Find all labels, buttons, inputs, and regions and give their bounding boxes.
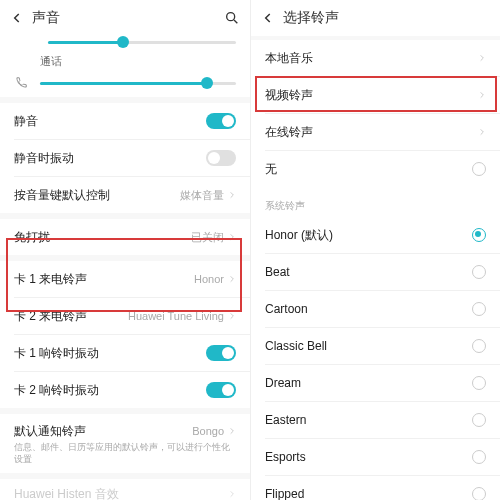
radio-honor[interactable]: [472, 228, 486, 242]
row-local-music[interactable]: 本地音乐: [251, 40, 500, 76]
row-ring-flipped[interactable]: Flipped: [251, 476, 500, 500]
toggle-vibrate-mute[interactable]: [206, 150, 236, 166]
row-ring-beat[interactable]: Beat: [251, 254, 500, 290]
search-icon[interactable]: [224, 10, 240, 26]
row-ring-dream[interactable]: Dream: [251, 365, 500, 401]
row-histen: Huawei Histen 音效: [0, 479, 250, 500]
row-sim1-ring[interactable]: 卡 1 来电铃声 Honor: [0, 261, 250, 297]
page-title: 声音: [26, 9, 224, 27]
chevron-right-icon: [478, 90, 486, 100]
chevron-right-icon: [228, 426, 236, 436]
slider-call[interactable]: [40, 82, 236, 85]
row-none[interactable]: 无: [251, 151, 500, 187]
radio-eastern[interactable]: [472, 413, 486, 427]
row-vol-key[interactable]: 按音量键默认控制 媒体音量: [0, 177, 250, 213]
sound-settings-pane: 声音 通话 静音 静音时振动: [0, 0, 250, 500]
row-online-ringtone[interactable]: 在线铃声: [251, 114, 500, 150]
radio-esports[interactable]: [472, 450, 486, 464]
phone-icon: [14, 76, 32, 90]
row-sim1-vib[interactable]: 卡 1 响铃时振动: [0, 335, 250, 371]
row-vibrate-mute[interactable]: 静音时振动: [0, 140, 250, 176]
select-ringtone-pane: 选择铃声 本地音乐 视频铃声 在线铃声 无 系统铃声 Honor (默认): [250, 0, 500, 500]
chevron-right-icon: [478, 127, 486, 137]
slider-media[interactable]: [48, 41, 236, 44]
chevron-right-icon: [228, 274, 236, 284]
row-sim2-ring[interactable]: 卡 2 来电铃声 Huawei Tune Living: [0, 298, 250, 334]
default-notif-sub: 信息、邮件、日历等应用的默认铃声，可以进行个性化设置: [0, 442, 250, 473]
section-system-ringtones: 系统铃声: [251, 187, 500, 217]
page-title: 选择铃声: [277, 9, 490, 27]
radio-dream[interactable]: [472, 376, 486, 390]
chevron-right-icon: [228, 489, 236, 499]
back-icon[interactable]: [10, 11, 26, 25]
row-ring-cartoon[interactable]: Cartoon: [251, 291, 500, 327]
chevron-right-icon: [228, 190, 236, 200]
radio-flipped[interactable]: [472, 487, 486, 500]
toggle-mute[interactable]: [206, 113, 236, 129]
row-default-notif[interactable]: 默认通知铃声 Bongo: [0, 414, 250, 442]
radio-classic[interactable]: [472, 339, 486, 353]
radio-cartoon[interactable]: [472, 302, 486, 316]
row-mute[interactable]: 静音: [0, 103, 250, 139]
row-ring-esports[interactable]: Esports: [251, 439, 500, 475]
svg-point-0: [227, 13, 235, 21]
chevron-right-icon: [228, 311, 236, 321]
call-slider-label: 通话: [0, 48, 250, 69]
back-icon[interactable]: [261, 11, 277, 25]
chevron-right-icon: [228, 232, 236, 242]
row-ring-honor[interactable]: Honor (默认): [251, 217, 500, 253]
toggle-sim2-vib[interactable]: [206, 382, 236, 398]
row-ring-classic[interactable]: Classic Bell: [251, 328, 500, 364]
radio-none[interactable]: [472, 162, 486, 176]
row-dnd[interactable]: 免打扰 已关闭: [0, 219, 250, 255]
radio-beat[interactable]: [472, 265, 486, 279]
row-video-ringtone[interactable]: 视频铃声: [251, 77, 500, 113]
toggle-sim1-vib[interactable]: [206, 345, 236, 361]
row-sim2-vib[interactable]: 卡 2 响铃时振动: [0, 372, 250, 408]
chevron-right-icon: [478, 53, 486, 63]
row-ring-eastern[interactable]: Eastern: [251, 402, 500, 438]
